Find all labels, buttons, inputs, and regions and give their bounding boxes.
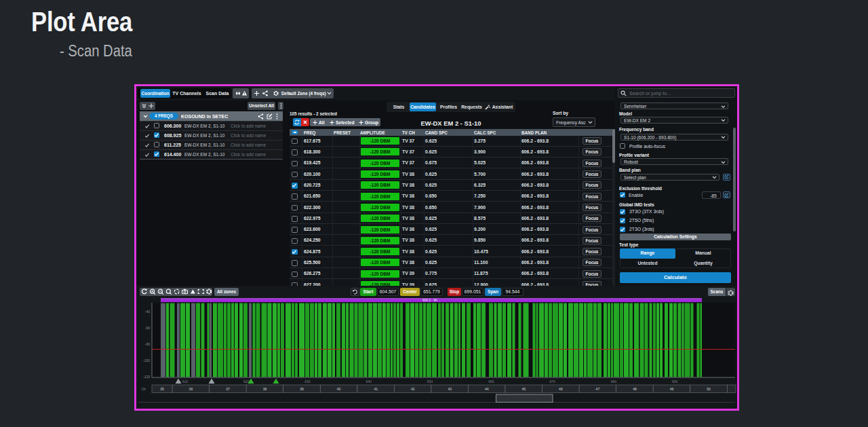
svg-text:43: 43 xyxy=(448,387,452,391)
svg-text:49: 49 xyxy=(670,387,674,391)
svg-text:-80: -80 xyxy=(145,342,150,346)
svg-text:46: 46 xyxy=(559,387,563,391)
svg-text:48: 48 xyxy=(633,387,637,391)
svg-text:630: 630 xyxy=(304,379,311,384)
svg-text:35: 35 xyxy=(160,387,164,391)
svg-text:37: 37 xyxy=(226,387,230,391)
svg-text:606.3 - 9K...: 606.3 - 9K... xyxy=(422,299,440,302)
svg-text:38: 38 xyxy=(263,387,267,391)
svg-text:-40: -40 xyxy=(145,310,150,314)
svg-text:Ch: Ch xyxy=(142,388,146,391)
svg-text:45: 45 xyxy=(522,387,526,391)
svg-text:39: 39 xyxy=(300,387,304,391)
svg-text:50: 50 xyxy=(707,387,711,391)
svg-text:690: 690 xyxy=(672,379,678,384)
svg-text:41: 41 xyxy=(374,387,378,391)
svg-text:660: 660 xyxy=(488,379,494,384)
svg-text:47: 47 xyxy=(596,387,600,391)
svg-text:-60: -60 xyxy=(145,326,150,330)
svg-text:-120: -120 xyxy=(143,375,150,379)
svg-text:42: 42 xyxy=(411,387,415,391)
svg-text:-100: -100 xyxy=(143,358,150,363)
svg-text:36: 36 xyxy=(189,387,193,391)
svg-text:40: 40 xyxy=(337,387,341,391)
svg-text:640: 640 xyxy=(366,379,372,384)
svg-text:680: 680 xyxy=(611,379,617,384)
svg-text:620: 620 xyxy=(243,379,250,384)
svg-text:650: 650 xyxy=(427,379,433,384)
svg-text:670: 670 xyxy=(549,379,555,384)
svg-text:44: 44 xyxy=(485,387,489,391)
svg-text:610: 610 xyxy=(182,379,189,384)
